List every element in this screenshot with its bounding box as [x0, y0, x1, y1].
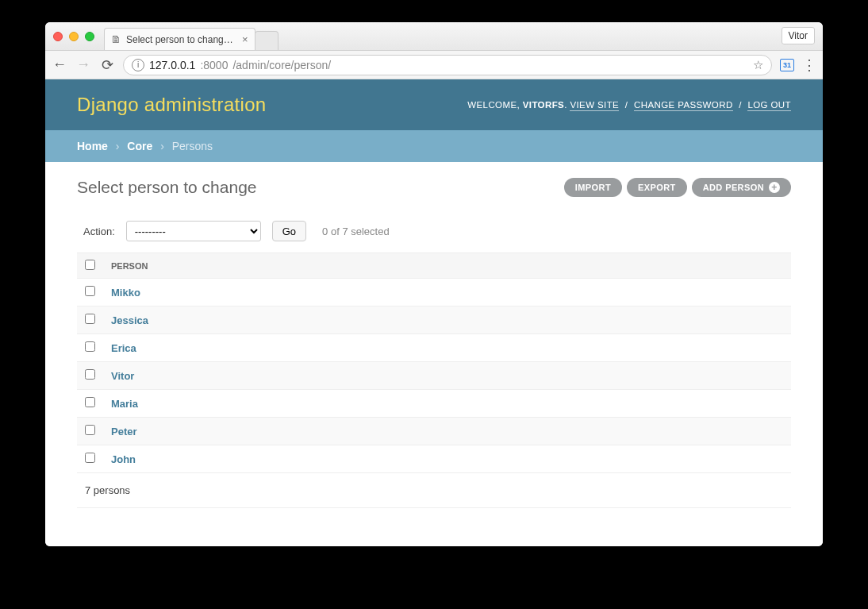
export-button[interactable]: EXPORT	[627, 178, 687, 197]
window-minimize-icon[interactable]	[69, 32, 79, 41]
person-link[interactable]: Vitor	[111, 370, 134, 382]
row-checkbox[interactable]	[85, 341, 95, 352]
row-checkbox[interactable]	[85, 425, 95, 435]
plus-icon: +	[769, 182, 780, 193]
select-all-checkbox[interactable]	[85, 260, 95, 270]
breadcrumb-app[interactable]: Core	[127, 140, 152, 152]
window-maximize-icon[interactable]	[85, 32, 94, 41]
traffic-lights	[53, 32, 94, 41]
nav-back-icon[interactable]: ←	[52, 56, 67, 73]
extension-badge-icon[interactable]: 31	[780, 59, 794, 71]
app-header: Django administration WELCOME, VITORFS. …	[45, 79, 823, 130]
breadcrumb: Home › Core › Persons	[45, 130, 823, 162]
row-checkbox-cell	[77, 362, 103, 390]
row-name-cell: Mikko	[103, 279, 791, 306]
column-header-person[interactable]: PERSON	[103, 253, 791, 279]
table-row: Mikko	[77, 279, 791, 306]
person-link[interactable]: Erica	[111, 342, 136, 354]
content-header: Select person to change IMPORT EXPORT AD…	[77, 178, 791, 197]
select-all-header	[77, 253, 103, 279]
profile-badge[interactable]: Vitor	[782, 27, 815, 44]
browser-tab[interactable]: 🗎 Select person to change | Djan ×	[104, 28, 255, 50]
tab-strip: 🗎 Select person to change | Djan ×	[104, 22, 278, 50]
row-checkbox-cell	[77, 306, 103, 334]
new-tab-button[interactable]	[255, 31, 278, 50]
site-info-icon[interactable]: i	[132, 59, 144, 71]
action-label: Action:	[83, 225, 115, 237]
person-link[interactable]: Mikko	[111, 287, 140, 299]
person-link[interactable]: Peter	[111, 426, 137, 437]
chevron-right-icon: ›	[160, 140, 164, 152]
person-link[interactable]: Jessica	[111, 314, 148, 326]
url-host: 127.0.0.1	[149, 59, 195, 71]
table-row: Vitor	[77, 362, 791, 390]
table-row: Peter	[77, 418, 791, 445]
content: Select person to change IMPORT EXPORT AD…	[45, 162, 823, 546]
nav-forward-icon: →	[75, 56, 91, 73]
row-checkbox[interactable]	[85, 453, 95, 463]
row-name-cell: Peter	[103, 418, 791, 445]
breadcrumb-home[interactable]: Home	[77, 140, 108, 152]
import-button[interactable]: IMPORT	[564, 178, 622, 197]
row-name-cell: John	[103, 445, 791, 473]
row-checkbox[interactable]	[85, 397, 95, 407]
page-favicon-icon: 🗎	[111, 33, 121, 45]
url-path: /admin/core/person/	[232, 59, 331, 71]
person-table: PERSON MikkoJessicaEricaVitorMariaPeterJ…	[77, 252, 791, 473]
logout-link[interactable]: LOG OUT	[747, 100, 791, 111]
selection-count: 0 of 7 selected	[322, 225, 390, 237]
browser-toolbar: ← → ⟳ i 127.0.0.1:8000/admin/core/person…	[45, 51, 823, 79]
row-name-cell: Jessica	[103, 306, 791, 334]
tab-title: Select person to change | Djan	[126, 34, 237, 45]
username: VITORFS	[523, 100, 564, 110]
person-link[interactable]: John	[111, 453, 136, 465]
table-row: John	[77, 445, 791, 473]
add-person-button[interactable]: ADD PERSON +	[692, 178, 791, 197]
url-port: :8000	[200, 59, 228, 71]
breadcrumb-current: Persons	[172, 140, 213, 152]
row-checkbox[interactable]	[85, 314, 95, 324]
chevron-right-icon: ›	[116, 140, 120, 152]
table-row: Maria	[77, 390, 791, 418]
row-name-cell: Vitor	[103, 362, 791, 390]
actions-row: Action: --------- Go 0 of 7 selected	[77, 219, 791, 243]
address-bar[interactable]: i 127.0.0.1:8000/admin/core/person/ ☆	[123, 55, 772, 75]
row-checkbox-cell	[77, 418, 103, 445]
nav-reload-icon[interactable]: ⟳	[99, 56, 115, 74]
row-name-cell: Erica	[103, 334, 791, 362]
change-password-link[interactable]: CHANGE PASSWORD	[634, 100, 733, 111]
action-select[interactable]: ---------	[126, 221, 261, 241]
object-tools: IMPORT EXPORT ADD PERSON +	[564, 178, 791, 197]
row-checkbox[interactable]	[85, 286, 95, 296]
browser-menu-icon[interactable]: ⋮	[802, 56, 816, 74]
row-checkbox-cell	[77, 279, 103, 306]
window-titlebar: 🗎 Select person to change | Djan × Vitor	[45, 22, 823, 51]
row-checkbox-cell	[77, 445, 103, 473]
browser-window: 🗎 Select person to change | Djan × Vitor…	[45, 22, 823, 546]
tab-close-icon[interactable]: ×	[242, 33, 248, 45]
view-site-link[interactable]: VIEW SITE	[570, 100, 619, 111]
go-button[interactable]: Go	[272, 221, 306, 241]
bookmark-star-icon[interactable]: ☆	[753, 58, 763, 72]
window-close-icon[interactable]	[53, 32, 63, 41]
paginator: 7 persons	[77, 473, 791, 508]
add-person-label: ADD PERSON	[703, 183, 764, 192]
row-checkbox-cell	[77, 334, 103, 362]
table-row: Erica	[77, 334, 791, 362]
user-links: WELCOME, VITORFS. VIEW SITE / CHANGE PAS…	[467, 100, 791, 110]
row-name-cell: Maria	[103, 390, 791, 418]
page-title: Select person to change	[77, 178, 257, 197]
person-link[interactable]: Maria	[111, 398, 138, 410]
welcome-label: WELCOME,	[467, 100, 520, 110]
row-checkbox-cell	[77, 390, 103, 418]
table-row: Jessica	[77, 306, 791, 334]
row-checkbox[interactable]	[85, 369, 95, 380]
site-title[interactable]: Django administration	[77, 94, 266, 116]
